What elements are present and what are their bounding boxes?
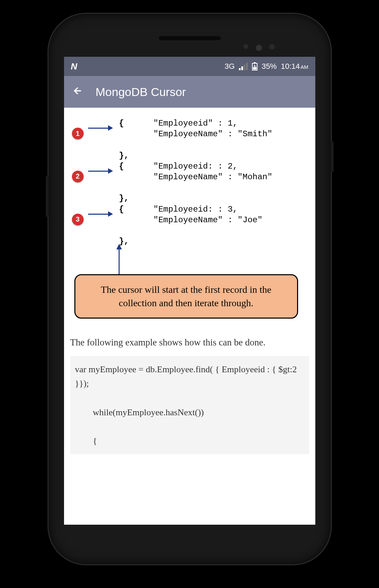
body-paragraph: The following example shows how this can… (64, 336, 315, 356)
app-bar: MongoDB Cursor (64, 76, 315, 108)
back-button[interactable] (72, 85, 83, 99)
battery-icon (252, 62, 257, 71)
signal-icon (239, 63, 248, 70)
phone-sensor-dot (256, 45, 262, 51)
svg-rect-2 (253, 67, 256, 70)
diagram-row: 2 {}, "Employeeid: : 2, "EmployeeName" :… (67, 161, 312, 204)
diagram-row: 1 {}, "Employeeid" : 1, "EmployeeName" :… (67, 118, 312, 161)
phone-frame: N 3G 35% 10:14AM (49, 14, 331, 564)
json-text: "Employeeid: : 2, "EmployeeName" : "Moha… (133, 161, 312, 182)
step-badge-1: 1 (72, 128, 84, 139)
arrow-right-icon (88, 214, 112, 215)
cursor-diagram: 1 {}, "Employeeid" : 1, "EmployeeName" :… (64, 111, 315, 336)
status-bar: N 3G 35% 10:14AM (64, 57, 315, 76)
status-right: 3G 35% 10:14AM (225, 62, 308, 71)
callout-box: The cursor will start at the first recor… (74, 274, 298, 318)
screen: N 3G 35% 10:14AM (64, 57, 315, 525)
phone-camera (268, 43, 276, 51)
step-badge-3: 3 (72, 214, 84, 225)
page-title: MongoDB Cursor (96, 85, 186, 99)
json-text: "Employeeid" : 1, "EmployeeName" : "Smit… (133, 118, 312, 139)
volume-button (46, 175, 49, 217)
phone-sensor-dot (243, 44, 248, 49)
diagram-row: 3 {}, "Employeeid: : 3, "EmployeeName" :… (67, 204, 312, 247)
power-button (331, 141, 334, 172)
arrow-right-icon (88, 128, 112, 129)
code-block: var myEmployee = db.Employee.find( { Emp… (70, 356, 309, 455)
json-text: "Employeeid: : 3, "EmployeeName" : "Joe" (133, 204, 312, 225)
network-label: 3G (225, 62, 235, 71)
android-n-icon: N (71, 61, 77, 72)
clock-time: 10:14AM (281, 62, 308, 71)
content-area[interactable]: 1 {}, "Employeeid" : 1, "EmployeeName" :… (64, 108, 315, 525)
arrow-right-icon (88, 171, 112, 172)
battery-percent: 35% (262, 62, 277, 71)
step-badge-2: 2 (72, 171, 84, 182)
callout-arrow (105, 247, 312, 271)
